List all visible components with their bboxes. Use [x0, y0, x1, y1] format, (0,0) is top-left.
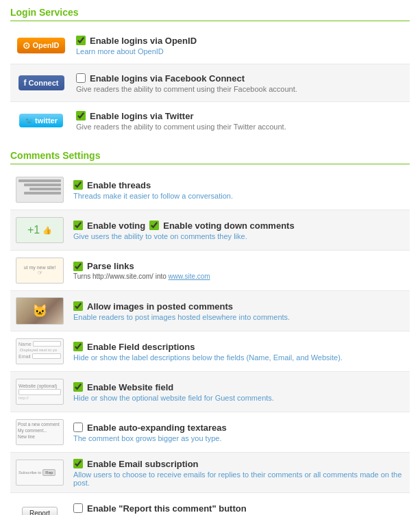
parse-text: ut my new site! — [24, 265, 56, 270]
setting-row-parse: ut my new site! ☞ Parse links Turns http… — [10, 251, 410, 291]
auto-expand-thumb: Post a new commentMy comment...New line — [13, 416, 66, 448]
openid-setting-label: Enable logins via OpenID — [76, 36, 407, 46]
field-row-email: Email — [18, 353, 61, 359]
thread-line-4 — [24, 192, 61, 194]
auto-expand-setting-label: Enable auto-expanding textareas — [73, 423, 407, 433]
field-desc-setting-label: Enable Field descriptions — [73, 342, 407, 352]
textarea-content: Post a new commentMy comment...New line — [18, 421, 62, 440]
field-name-label: Name — [18, 342, 32, 347]
website-text: Enable Website field Hide or show the op… — [73, 382, 407, 402]
website-sub-text: http:// — [18, 396, 61, 400]
thread-line-3 — [29, 188, 61, 190]
vote-thumb-visual: +1 👍 — [16, 217, 64, 243]
website-thumb-visual: Website (optional) http:// — [16, 379, 64, 405]
voting-down-checkbox[interactable] — [149, 221, 159, 230]
thread-line-1 — [18, 179, 61, 182]
cat-image: 🐱 — [16, 298, 63, 324]
setting-row-report: Report Enable "Report this comment" butt… — [10, 493, 410, 515]
twitter-checkbox[interactable] — [76, 111, 86, 121]
parse-setting-label: Parse links — [73, 261, 407, 271]
field-desc-desc: Hide or show the label descriptions belo… — [73, 353, 407, 362]
subscribe-thumb-visual: Subscribe to Rep — [16, 460, 64, 486]
field-displayed-label: Displayed next to yo — [20, 348, 61, 352]
report-text: Enable "Report this comment" button Give… — [73, 503, 407, 516]
openid-label: OpenID — [32, 41, 59, 49]
facebook-setting-label: Enable logins via Facebook Connect — [76, 73, 407, 84]
login-services-section: Login Services ⊙ OpenID Enable logins vi… — [10, 7, 410, 139]
field-email-label: Email — [18, 354, 31, 359]
openid-icon: ⊙ OpenID — [17, 38, 64, 53]
field-desc-checkbox[interactable] — [73, 342, 83, 351]
report-thumb-visual: Report — [16, 500, 64, 515]
setting-row-twitter: 🐦 twitter Enable logins via Twitter Give… — [10, 102, 410, 139]
report-setting-label: Enable "Report this comment" button — [73, 503, 407, 514]
facebook-checkbox[interactable] — [76, 73, 86, 83]
voting-text: Enable voting Enable voting down comment… — [73, 221, 407, 240]
parse-text-area: Parse links Turns http://www.site.com/ i… — [73, 261, 407, 280]
twitter-text: Enable logins via Twitter Give readers t… — [76, 111, 407, 131]
openid-learn-more-link[interactable]: Learn more about OpenID — [76, 47, 164, 55]
facebook-icon-box: f Connect — [13, 68, 69, 97]
twitter-icon-box: 🐦 twitter — [13, 106, 69, 135]
report-thumb: Report — [13, 497, 66, 515]
parse-checkbox[interactable] — [73, 262, 83, 271]
setting-row-openid: ⊙ OpenID Enable logins via OpenID Learn … — [10, 27, 410, 64]
images-thumb-visual: 🐱 — [16, 297, 64, 325]
parse-thumb-visual: ut my new site! ☞ — [16, 258, 64, 284]
threads-thumb — [13, 174, 66, 205]
auto-expand-checkbox[interactable] — [73, 423, 83, 432]
auto-expand-desc: The comment box grows bigger as you type… — [73, 434, 407, 442]
comments-settings-section: Comments Settings Enable threads Threads… — [10, 150, 410, 515]
page-wrapper: Login Services ⊙ OpenID Enable logins vi… — [0, 0, 420, 515]
twitter-desc: Give readers the ability to comment usin… — [76, 123, 407, 131]
website-desc: Hide or show the optional website field … — [73, 394, 407, 402]
textarea-thumb-visual: Post a new commentMy comment...New line — [16, 419, 64, 445]
email-sub-desc: Allow users to choose to receive emails … — [73, 470, 407, 487]
vote-thumb: +1 👍 — [13, 214, 66, 246]
email-sub-setting-label: Enable Email subscription — [73, 459, 407, 469]
facebook-desc: Give readers the ability to comment usin… — [76, 85, 407, 93]
website-label-text: Website (optional) — [18, 384, 61, 388]
voting-checkbox[interactable] — [73, 221, 83, 230]
website-setting-label: Enable Website field — [73, 382, 407, 392]
report-checkbox[interactable] — [73, 503, 83, 513]
website-input-visual — [18, 389, 61, 395]
voting-setting-label: Enable voting Enable voting down comment… — [73, 221, 407, 231]
website-checkbox[interactable] — [73, 382, 83, 392]
threads-desc: Threads make it easier to follow a conve… — [73, 192, 407, 200]
openid-text: Enable logins via OpenID Learn more abou… — [76, 36, 407, 55]
vote-thumb-icon: 👍 — [42, 226, 52, 235]
twitter-label: twitter — [35, 116, 58, 125]
images-thumb: 🐱 — [13, 295, 66, 327]
voting-desc: Give users the ability to vote on commen… — [73, 232, 407, 240]
facebook-label: Connect — [29, 79, 59, 87]
setting-row-images: 🐱 Allow images in posted comments Enable… — [10, 291, 410, 331]
openid-desc: Learn more about OpenID — [76, 47, 407, 55]
report-btn-visual: Report — [22, 507, 58, 516]
field-desc-text: Enable Field descriptions Hide or show t… — [73, 342, 407, 362]
parse-thumb: ut my new site! ☞ — [13, 255, 66, 286]
subscribe-btn-visual: Rep — [42, 469, 55, 476]
twitter-icon: 🐦 twitter — [19, 114, 63, 127]
twitter-setting-label: Enable logins via Twitter — [76, 111, 407, 121]
parse-link-example[interactable]: www.site.com — [169, 273, 210, 280]
email-sub-checkbox[interactable] — [73, 459, 83, 468]
setting-row-facebook: f Connect Enable logins via Facebook Con… — [10, 64, 410, 102]
setting-row-field-desc: Name Displayed next to yo Email Enable F… — [10, 331, 410, 372]
subscribe-text-label: Subscribe to — [18, 470, 41, 475]
setting-row-email-sub: Subscribe to Rep Enable Email subscripti… — [10, 453, 410, 493]
images-checkbox[interactable] — [73, 301, 83, 311]
images-text: Allow images in posted comments Enable r… — [73, 301, 407, 321]
setting-row-auto-expand: Post a new commentMy comment...New line … — [10, 412, 410, 453]
vote-icon: +1 — [27, 224, 40, 236]
threads-setting-label: Enable threads — [73, 180, 407, 190]
images-setting-label: Allow images in posted comments — [73, 301, 407, 312]
setting-row-threads: Enable threads Threads make it easier to… — [10, 170, 410, 210]
threads-text: Enable threads Threads make it easier to… — [73, 180, 407, 200]
threads-checkbox[interactable] — [73, 180, 83, 190]
field-name-input — [33, 341, 61, 347]
field-desc-thumb: Name Displayed next to yo Email — [13, 336, 66, 367]
openid-checkbox[interactable] — [76, 36, 86, 45]
cursor-icon: ☞ — [38, 270, 42, 276]
field-thumb-visual: Name Displayed next to yo Email — [16, 338, 64, 364]
